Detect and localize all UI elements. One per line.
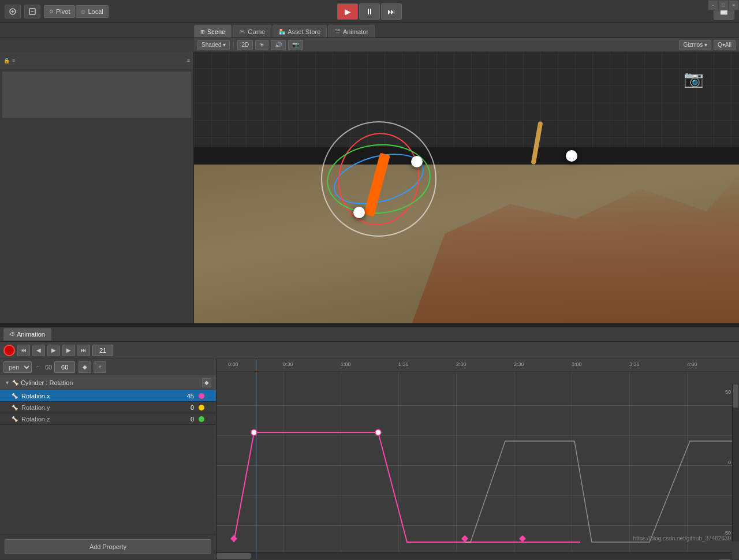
timeline-ruler: 0:00 0:30 1:00 1:30 2:00 2:30 3:00 3:30 … <box>217 359 739 372</box>
move-tool-btn[interactable] <box>24 5 40 18</box>
window-buttons: - □ × <box>708 0 739 10</box>
arms-silhouette <box>412 174 739 324</box>
left-panel-body <box>0 69 193 323</box>
step-back-btn[interactable]: ⏮ <box>17 345 30 356</box>
keyframe-plateau-end[interactable] <box>375 430 381 435</box>
play-controls: ▶ ⏸ ⏭ <box>337 3 402 20</box>
curve-svg <box>217 372 739 559</box>
prev-frame-btn[interactable]: ◀ <box>32 345 45 356</box>
animation-panel: ⏱ Animation - □ × ⏮ ◀ ▶ ▶ ⏭ 21 pen ÷ <box>0 326 739 560</box>
tab-bar: ⊞ Scene 🎮 Game 🏪 Asset Store 🎬 Animator <box>0 23 739 38</box>
track-rotation-z[interactable]: 🦴 Rotation.z 0 <box>0 413 216 425</box>
step-forward-button[interactable]: ⏭ <box>381 3 402 20</box>
keyframe-bottom-2[interactable] <box>519 535 526 542</box>
toolbar-sep-1 <box>233 41 234 49</box>
maximize-btn[interactable]: □ <box>718 0 729 10</box>
hands-shape <box>412 174 739 324</box>
top-toolbar: ⚙ Pivot ◎ Local ▶ ⏸ ⏭ ⬜ <box>0 0 739 23</box>
horizontal-scrollbar[interactable] <box>217 552 732 559</box>
anim-toolbar: ⏮ ◀ ▶ ▶ ⏭ 21 <box>0 342 739 359</box>
anim-body: pen ÷ 60 ◆ + ▼ 🦴 Cylinder : Rotation ◆ 🦴… <box>0 359 739 559</box>
white-curve <box>465 441 739 542</box>
anim-tab[interactable]: ⏱ Animation <box>3 328 51 341</box>
minimize-btn[interactable]: - <box>708 0 718 10</box>
track-dot-y <box>199 405 204 410</box>
pivot-btn[interactable]: ⚙ Pivot <box>44 5 75 18</box>
record-btn[interactable] <box>3 345 15 356</box>
track-rotation-x[interactable]: 🦴 Rotation.x 45 <box>0 390 216 402</box>
add-property-area: Add Property <box>0 534 216 559</box>
track-dot-x <box>199 393 204 399</box>
key-delete-btn[interactable]: + <box>94 361 106 373</box>
scene-view[interactable]: 📷 <box>194 52 739 323</box>
scene-toolbar: Shaded ▾ 2D ☀ 🔊 📷 Gizmos ▾ Q▾All <box>194 38 739 52</box>
track-key-btn[interactable]: ◆ <box>202 378 211 387</box>
left-panel-header: 🔒 ≡ ≡ <box>0 52 193 69</box>
keyframe-start[interactable] <box>230 535 237 542</box>
gizmo-sphere-top-right[interactable] <box>566 150 577 162</box>
vertical-scrollbar[interactable] <box>732 384 739 542</box>
next-frame-btn[interactable]: ▶ <box>62 345 75 356</box>
gizmo-sphere-left[interactable] <box>353 207 365 218</box>
watermark: https://blog.csdn.net/github_37462630 <box>633 535 731 542</box>
anim-prop-toolbar: pen ÷ 60 ◆ + <box>0 359 216 375</box>
close-btn[interactable]: × <box>729 0 739 10</box>
playhead-ruler <box>256 359 256 371</box>
inspector-section <box>2 72 191 118</box>
sun-btn[interactable]: ☀ <box>255 40 268 50</box>
tab-asset-store[interactable]: 🏪 Asset Store <box>273 25 327 38</box>
gizmos-btn[interactable]: Gizmos ▾ <box>679 40 711 50</box>
frame-number-input[interactable]: 21 <box>92 345 113 356</box>
all-btn[interactable]: Q▾All <box>714 40 736 50</box>
camera-icon: 📷 <box>684 69 704 85</box>
samples-input[interactable] <box>54 361 75 373</box>
track-group-header[interactable]: ▼ 🦴 Cylinder : Rotation ◆ <box>0 375 216 390</box>
audio-btn[interactable]: 🔊 <box>271 40 286 50</box>
camera-btn[interactable]: 📷 <box>288 40 303 50</box>
hscrollbar-thumb[interactable] <box>217 553 251 559</box>
pivot-local-group: ⚙ Pivot ◎ Local <box>44 5 109 18</box>
pause-button[interactable]: ⏸ <box>359 3 380 20</box>
gizmo-sphere-right[interactable] <box>411 156 423 167</box>
vscrollbar-thumb[interactable] <box>733 384 738 408</box>
pink-curve-left <box>234 432 580 542</box>
grid-ground <box>194 52 739 155</box>
scene-toolbar-right: Gizmos ▾ Q▾All <box>679 40 736 50</box>
track-dot-z <box>199 416 204 422</box>
anim-tracks: 🦴 Rotation.x 45 🦴 Rotation.y 0 🦴 Rotatio… <box>0 390 216 534</box>
shaded-dropdown[interactable]: Shaded ▾ <box>197 40 230 50</box>
tab-animator[interactable]: 🎬 Animator <box>328 25 375 38</box>
horizon-band <box>194 147 739 165</box>
scene-canvas: 📷 <box>194 52 739 323</box>
playhead-line <box>256 372 256 559</box>
mode-2d-btn[interactable]: 2D <box>237 40 253 50</box>
hand-tool-btn[interactable] <box>5 5 21 18</box>
keyframe-bottom-1[interactable] <box>461 535 468 542</box>
play-button[interactable]: ▶ <box>337 3 358 20</box>
curves-canvas[interactable]: 50 0 -50 <box>217 372 739 559</box>
track-rotation-y[interactable]: 🦴 Rotation.y 0 <box>0 402 216 413</box>
left-panel: 🔒 ≡ ≡ <box>0 52 194 323</box>
clip-select[interactable]: pen <box>3 361 32 373</box>
tab-game[interactable]: 🎮 Game <box>233 25 271 38</box>
add-property-btn[interactable]: Add Property <box>5 539 211 554</box>
curves-view[interactable]: 0:00 0:30 1:00 1:30 2:00 2:30 3:00 3:30 … <box>217 359 739 559</box>
anim-header: ⏱ Animation - □ × <box>0 327 739 342</box>
ruler-labels: 0:00 0:30 1:00 1:30 2:00 2:30 3:00 3:30 … <box>217 359 732 371</box>
anim-left-panel: pen ÷ 60 ◆ + ▼ 🦴 Cylinder : Rotation ◆ 🦴… <box>0 359 217 559</box>
play-anim-btn[interactable]: ▶ <box>47 345 60 356</box>
top-section: 🔒 ≡ ≡ <box>0 52 739 323</box>
step-fwd-btn[interactable]: ⏭ <box>77 345 90 356</box>
local-btn[interactable]: ◎ Local <box>76 5 108 18</box>
tab-scene[interactable]: ⊞ Scene <box>194 25 232 38</box>
key-add-btn[interactable]: ◆ <box>79 361 91 373</box>
